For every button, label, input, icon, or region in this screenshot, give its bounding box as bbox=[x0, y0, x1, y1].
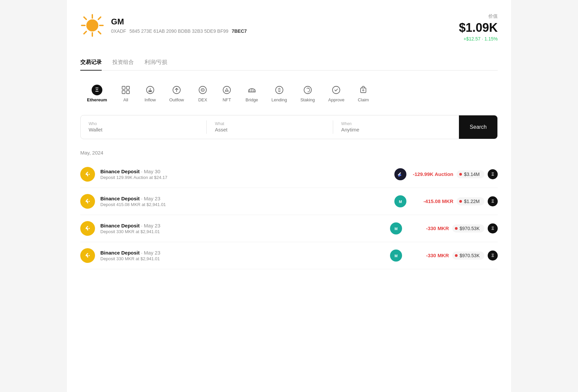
usd-dot-4 bbox=[455, 254, 458, 257]
tx-info-1: Binance Deposit · May 30 Deposit 129.99K… bbox=[100, 169, 389, 180]
filter-bridge-label: Bridge bbox=[246, 97, 258, 102]
month-heading: May, 2024 bbox=[80, 150, 498, 156]
tx-title-2: Binance Deposit · May 23 bbox=[100, 196, 389, 201]
filter-all[interactable]: All bbox=[114, 81, 138, 106]
when-input[interactable] bbox=[341, 127, 451, 132]
asset-icon-4: M bbox=[390, 250, 402, 262]
tx-title-3: Binance Deposit · May 23 bbox=[100, 223, 385, 228]
tx-right-3: M -330 MKR $970.53K Ξ bbox=[390, 222, 498, 234]
tx-info-2: Binance Deposit · May 23 Deposit 415.08 … bbox=[100, 196, 389, 207]
approve-icon bbox=[331, 85, 342, 95]
filter-outflow-label: Outflow bbox=[169, 97, 184, 102]
svg-text:M: M bbox=[394, 254, 397, 258]
binance-icon-3 bbox=[80, 221, 95, 236]
search-bar: Who What When Search bbox=[80, 115, 498, 139]
eth-icon-3: Ξ bbox=[488, 223, 498, 233]
bridge-icon bbox=[247, 85, 257, 95]
filter-ethereum[interactable]: Ξ Ethereum bbox=[80, 81, 114, 106]
tab-portfolio[interactable]: 投资组合 bbox=[112, 55, 134, 71]
header-left: GM 0XADF 5845 273E 61AB 2090 BDBB 32B3 5… bbox=[80, 13, 247, 37]
wallet-address: 0XADF 5845 273E 61AB 2090 BDBB 32B3 5DE9… bbox=[111, 28, 247, 34]
tx-desc-4: Deposit 330 MKR at $2,941.01 bbox=[100, 256, 385, 261]
svg-point-24 bbox=[332, 86, 340, 94]
filter-lending[interactable]: Lending bbox=[265, 81, 294, 106]
usd-dot-3 bbox=[455, 227, 458, 230]
filter-ethereum-label: Ethereum bbox=[87, 97, 107, 102]
svg-point-26 bbox=[363, 90, 364, 91]
transaction-list: Binance Deposit · May 30 Deposit 129.99K… bbox=[80, 161, 498, 269]
svg-rect-10 bbox=[126, 86, 129, 89]
binance-icon bbox=[80, 167, 95, 182]
search-who-section: Who bbox=[81, 118, 206, 136]
price-label: 价值 bbox=[459, 13, 498, 19]
outflow-icon bbox=[171, 85, 182, 95]
tab-trades[interactable]: 交易记录 bbox=[80, 55, 102, 71]
eth-icon-1: Ξ bbox=[488, 169, 498, 179]
tx-right-2: M -415.08 MKR $1.22M Ξ bbox=[394, 195, 498, 207]
svg-rect-11 bbox=[122, 91, 125, 94]
filter-claim[interactable]: Claim bbox=[351, 81, 376, 106]
header-right: 价值 $1.09K +$12.57 · 1.15% bbox=[459, 13, 498, 41]
who-input[interactable] bbox=[89, 127, 198, 132]
header-info: GM 0XADF 5845 273E 61AB 2090 BDBB 32B3 5… bbox=[111, 17, 247, 34]
svg-line-7 bbox=[98, 17, 101, 19]
tx-info-4: Binance Deposit · May 23 Deposit 330 MKR… bbox=[100, 250, 385, 261]
eth-icon-4: Ξ bbox=[488, 251, 498, 261]
filter-row: Ξ Ethereum All bbox=[80, 81, 498, 106]
filter-outflow[interactable]: Outflow bbox=[163, 81, 191, 106]
usd-dot-2 bbox=[459, 200, 462, 203]
filter-dex-label: DEX bbox=[198, 97, 207, 102]
nft-icon bbox=[221, 85, 232, 95]
filter-nft[interactable]: NFT bbox=[215, 81, 239, 106]
table-row: Binance Deposit · May 30 Deposit 129.99K… bbox=[80, 161, 498, 188]
svg-text:M: M bbox=[394, 226, 397, 230]
tab-pnl[interactable]: 利润/亏损 bbox=[144, 55, 167, 71]
asset-icon-3: M bbox=[390, 222, 402, 234]
inflow-icon bbox=[145, 85, 156, 95]
tx-title-4: Binance Deposit · May 23 bbox=[100, 250, 385, 256]
binance-icon-4 bbox=[80, 248, 95, 263]
what-input[interactable] bbox=[215, 127, 324, 132]
tab-bar: 交易记录 投资组合 利润/亏损 bbox=[80, 55, 498, 71]
svg-point-16 bbox=[223, 86, 230, 94]
tx-amount-2: -415.08 MKR bbox=[410, 198, 453, 204]
svg-line-6 bbox=[98, 31, 101, 34]
binance-icon-2 bbox=[80, 194, 95, 209]
filter-dex[interactable]: DEX bbox=[191, 81, 215, 106]
search-when-section: When bbox=[333, 118, 459, 136]
search-button[interactable]: Search bbox=[459, 115, 497, 139]
sun-icon bbox=[80, 13, 104, 37]
who-label: Who bbox=[89, 121, 198, 126]
all-icon bbox=[120, 85, 131, 95]
what-label: What bbox=[215, 121, 324, 126]
table-row: Binance Deposit · May 23 Deposit 415.08 … bbox=[80, 188, 498, 215]
svg-rect-12 bbox=[126, 91, 129, 94]
filter-staking[interactable]: Staking bbox=[294, 81, 321, 106]
dex-icon bbox=[197, 85, 208, 95]
tx-usd-2: $1.22M bbox=[457, 197, 484, 205]
price-value: $1.09K bbox=[459, 21, 498, 35]
tx-amount-3: -330 MKR bbox=[405, 225, 449, 231]
svg-point-23 bbox=[304, 86, 311, 94]
tx-usd-4: $970.53K bbox=[452, 252, 484, 260]
svg-point-0 bbox=[86, 19, 98, 31]
svg-line-8 bbox=[84, 31, 86, 34]
tx-info-3: Binance Deposit · May 23 Deposit 330 MKR… bbox=[100, 223, 385, 234]
usd-dot-1 bbox=[459, 173, 462, 176]
wallet-name: GM bbox=[111, 17, 247, 26]
tx-desc-3: Deposit 330 MKR at $2,941.01 bbox=[100, 229, 385, 234]
claim-icon bbox=[358, 85, 369, 95]
tx-usd-1: $3.14M bbox=[457, 170, 484, 178]
svg-rect-25 bbox=[361, 88, 366, 93]
filter-inflow[interactable]: Inflow bbox=[138, 81, 163, 106]
when-label: When bbox=[341, 121, 451, 126]
svg-line-5 bbox=[84, 17, 86, 19]
tx-right-4: M -330 MKR $970.53K Ξ bbox=[390, 250, 498, 262]
main-container: GM 0XADF 5845 273E 61AB 2090 BDBB 32B3 5… bbox=[67, 0, 511, 392]
filter-inflow-label: Inflow bbox=[144, 97, 156, 102]
svg-point-15 bbox=[199, 86, 206, 94]
asset-icon-1 bbox=[394, 168, 406, 180]
filter-bridge[interactable]: Bridge bbox=[239, 81, 265, 106]
filter-approve[interactable]: Approve bbox=[321, 81, 351, 106]
asset-icon-2: M bbox=[394, 195, 406, 207]
